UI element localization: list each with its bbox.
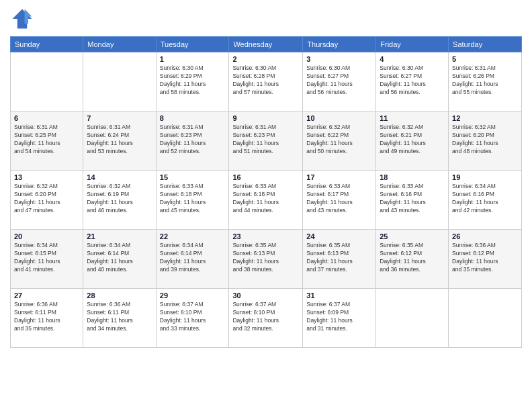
day-number: 15 (160, 173, 226, 181)
day-detail: Sunrise: 6:36 AM Sunset: 6:12 PM Dayligh… (452, 242, 518, 274)
day-number: 3 (306, 55, 372, 63)
calendar-cell: 25Sunrise: 6:35 AM Sunset: 6:12 PM Dayli… (376, 230, 449, 289)
calendar-cell: 24Sunrise: 6:35 AM Sunset: 6:13 PM Dayli… (303, 230, 376, 289)
day-detail: Sunrise: 6:37 AM Sunset: 6:10 PM Dayligh… (232, 301, 299, 333)
day-number: 6 (14, 114, 79, 122)
calendar-header: SundayMondayTuesdayWednesdayThursdayFrid… (11, 37, 522, 52)
calendar-cell: 29Sunrise: 6:37 AM Sunset: 6:10 PM Dayli… (156, 289, 229, 348)
week-row-3: 20Sunrise: 6:34 AM Sunset: 6:15 PM Dayli… (11, 230, 522, 289)
calendar-cell (11, 52, 83, 111)
calendar-cell: 22Sunrise: 6:34 AM Sunset: 6:14 PM Dayli… (156, 230, 229, 289)
calendar-cell: 2Sunrise: 6:30 AM Sunset: 6:28 PM Daylig… (229, 52, 303, 111)
day-number: 7 (87, 114, 152, 122)
calendar-cell: 5Sunrise: 6:31 AM Sunset: 6:26 PM Daylig… (449, 52, 522, 111)
day-detail: Sunrise: 6:31 AM Sunset: 6:23 PM Dayligh… (232, 124, 299, 156)
calendar-cell: 6Sunrise: 6:31 AM Sunset: 6:25 PM Daylig… (11, 111, 83, 171)
day-number: 4 (380, 55, 445, 63)
day-number: 27 (14, 291, 79, 300)
day-number: 10 (306, 114, 372, 122)
calendar-cell (83, 52, 156, 111)
logo-icon (10, 7, 34, 31)
day-number: 23 (232, 232, 299, 240)
day-detail: Sunrise: 6:33 AM Sunset: 6:18 PM Dayligh… (232, 183, 299, 215)
calendar-cell: 11Sunrise: 6:32 AM Sunset: 6:21 PM Dayli… (376, 111, 449, 171)
day-number: 21 (87, 232, 152, 240)
day-number: 11 (380, 114, 445, 122)
day-detail: Sunrise: 6:31 AM Sunset: 6:24 PM Dayligh… (87, 124, 152, 156)
day-detail: Sunrise: 6:31 AM Sunset: 6:23 PM Dayligh… (160, 124, 226, 156)
day-detail: Sunrise: 6:32 AM Sunset: 6:22 PM Dayligh… (306, 124, 372, 156)
day-detail: Sunrise: 6:36 AM Sunset: 6:11 PM Dayligh… (14, 301, 79, 333)
day-header-row: SundayMondayTuesdayWednesdayThursdayFrid… (11, 37, 522, 52)
day-of-week-friday: Friday (376, 37, 449, 52)
day-of-week-wednesday: Wednesday (229, 37, 303, 52)
day-detail: Sunrise: 6:30 AM Sunset: 6:28 PM Dayligh… (232, 64, 299, 97)
day-number: 22 (160, 232, 226, 240)
day-number: 28 (87, 291, 152, 300)
day-detail: Sunrise: 6:31 AM Sunset: 6:25 PM Dayligh… (14, 124, 79, 156)
day-detail: Sunrise: 6:30 AM Sunset: 6:27 PM Dayligh… (306, 64, 372, 97)
calendar-cell: 18Sunrise: 6:33 AM Sunset: 6:16 PM Dayli… (376, 171, 449, 230)
calendar-cell: 10Sunrise: 6:32 AM Sunset: 6:22 PM Dayli… (303, 111, 376, 171)
header (10, 7, 522, 31)
logo (10, 7, 37, 31)
day-number: 1 (160, 55, 226, 63)
day-number: 12 (452, 114, 518, 122)
day-detail: Sunrise: 6:36 AM Sunset: 6:11 PM Dayligh… (87, 301, 152, 333)
calendar-cell: 8Sunrise: 6:31 AM Sunset: 6:23 PM Daylig… (156, 111, 229, 171)
day-of-week-sunday: Sunday (11, 37, 83, 52)
day-detail: Sunrise: 6:30 AM Sunset: 6:27 PM Dayligh… (380, 64, 445, 97)
calendar-cell: 3Sunrise: 6:30 AM Sunset: 6:27 PM Daylig… (303, 52, 376, 111)
day-detail: Sunrise: 6:34 AM Sunset: 6:14 PM Dayligh… (160, 242, 226, 274)
day-number: 8 (160, 114, 226, 122)
calendar-cell: 17Sunrise: 6:33 AM Sunset: 6:17 PM Dayli… (303, 171, 376, 230)
calendar: SundayMondayTuesdayWednesdayThursdayFrid… (10, 36, 522, 348)
calendar-cell: 16Sunrise: 6:33 AM Sunset: 6:18 PM Dayli… (229, 171, 303, 230)
calendar-cell: 27Sunrise: 6:36 AM Sunset: 6:11 PM Dayli… (11, 289, 83, 348)
day-number: 24 (306, 232, 372, 240)
calendar-cell: 23Sunrise: 6:35 AM Sunset: 6:13 PM Dayli… (229, 230, 303, 289)
calendar-cell: 7Sunrise: 6:31 AM Sunset: 6:24 PM Daylig… (83, 111, 156, 171)
day-detail: Sunrise: 6:34 AM Sunset: 6:16 PM Dayligh… (452, 183, 518, 215)
calendar-cell: 9Sunrise: 6:31 AM Sunset: 6:23 PM Daylig… (229, 111, 303, 171)
day-number: 26 (452, 232, 518, 240)
day-of-week-tuesday: Tuesday (156, 37, 229, 52)
calendar-cell: 12Sunrise: 6:32 AM Sunset: 6:20 PM Dayli… (449, 111, 522, 171)
calendar-cell: 4Sunrise: 6:30 AM Sunset: 6:27 PM Daylig… (376, 52, 449, 111)
day-number: 30 (232, 291, 299, 300)
calendar-cell (449, 289, 522, 348)
day-detail: Sunrise: 6:35 AM Sunset: 6:13 PM Dayligh… (232, 242, 299, 274)
day-of-week-thursday: Thursday (303, 37, 376, 52)
day-detail: Sunrise: 6:33 AM Sunset: 6:17 PM Dayligh… (306, 183, 372, 215)
day-detail: Sunrise: 6:35 AM Sunset: 6:13 PM Dayligh… (306, 242, 372, 274)
calendar-cell: 19Sunrise: 6:34 AM Sunset: 6:16 PM Dayli… (449, 171, 522, 230)
day-number: 31 (306, 291, 372, 300)
day-detail: Sunrise: 6:33 AM Sunset: 6:16 PM Dayligh… (380, 183, 445, 215)
calendar-cell: 14Sunrise: 6:32 AM Sunset: 6:19 PM Dayli… (83, 171, 156, 230)
day-detail: Sunrise: 6:31 AM Sunset: 6:26 PM Dayligh… (452, 64, 518, 97)
calendar-cell (376, 289, 449, 348)
calendar-cell: 1Sunrise: 6:30 AM Sunset: 6:29 PM Daylig… (156, 52, 229, 111)
day-detail: Sunrise: 6:32 AM Sunset: 6:21 PM Dayligh… (380, 124, 445, 156)
calendar-cell: 28Sunrise: 6:36 AM Sunset: 6:11 PM Dayli… (83, 289, 156, 348)
day-number: 20 (14, 232, 79, 240)
day-number: 13 (14, 173, 79, 181)
calendar-cell: 26Sunrise: 6:36 AM Sunset: 6:12 PM Dayli… (449, 230, 522, 289)
calendar-cell: 31Sunrise: 6:37 AM Sunset: 6:09 PM Dayli… (303, 289, 376, 348)
calendar-cell: 21Sunrise: 6:34 AM Sunset: 6:14 PM Dayli… (83, 230, 156, 289)
day-detail: Sunrise: 6:33 AM Sunset: 6:18 PM Dayligh… (160, 183, 226, 215)
svg-marker-0 (13, 9, 32, 29)
week-row-1: 6Sunrise: 6:31 AM Sunset: 6:25 PM Daylig… (11, 111, 522, 171)
day-number: 2 (232, 55, 299, 63)
calendar-cell: 13Sunrise: 6:32 AM Sunset: 6:20 PM Dayli… (11, 171, 83, 230)
week-row-0: 1Sunrise: 6:30 AM Sunset: 6:29 PM Daylig… (11, 52, 522, 111)
day-detail: Sunrise: 6:37 AM Sunset: 6:10 PM Dayligh… (160, 301, 226, 333)
day-number: 19 (452, 173, 518, 181)
calendar-cell: 15Sunrise: 6:33 AM Sunset: 6:18 PM Dayli… (156, 171, 229, 230)
svg-marker-1 (25, 9, 32, 24)
day-detail: Sunrise: 6:32 AM Sunset: 6:19 PM Dayligh… (87, 183, 152, 215)
day-detail: Sunrise: 6:30 AM Sunset: 6:29 PM Dayligh… (160, 64, 226, 97)
day-detail: Sunrise: 6:32 AM Sunset: 6:20 PM Dayligh… (452, 124, 518, 156)
day-detail: Sunrise: 6:37 AM Sunset: 6:09 PM Dayligh… (306, 301, 372, 333)
day-detail: Sunrise: 6:32 AM Sunset: 6:20 PM Dayligh… (14, 183, 79, 215)
